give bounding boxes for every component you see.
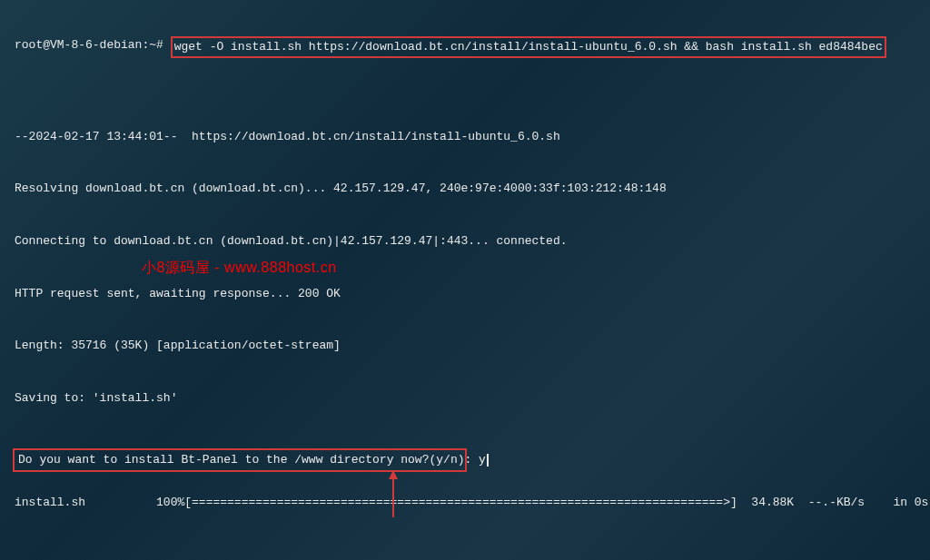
output-line: Length: 35716 (35K) [application/octet-s… bbox=[15, 337, 915, 354]
install-prompt-text: Do you want to install Bt-Panel to the /… bbox=[18, 451, 479, 468]
arrow-head-icon bbox=[389, 470, 398, 479]
terminal-output[interactable]: root@VM-8-6-debian:~# wget -O install.sh… bbox=[0, 2, 930, 560]
output-line: Saving to: 'install.sh' bbox=[15, 389, 915, 407]
shell-prompt: root@VM-8-6-debian:~# bbox=[15, 36, 171, 54]
wget-output: --2024-02-17 13:44:01-- https://download… bbox=[15, 93, 915, 560]
command-line: root@VM-8-6-debian:~# wget -O install.sh… bbox=[15, 36, 915, 57]
progress-stats: 34.88K --.-KB/s in 0s bbox=[737, 494, 929, 511]
watermark-text: 小8源码屋 - www.888host.cn bbox=[142, 257, 337, 279]
progress-line: install.sh 100%[========================… bbox=[15, 494, 915, 511]
output-line: --2024-02-17 13:44:01-- https://download… bbox=[15, 128, 915, 145]
command-text: wget -O install.sh https://download.bt.c… bbox=[174, 40, 883, 54]
output-line: Connecting to download.bt.cn (download.b… bbox=[15, 232, 915, 250]
install-answer[interactable]: y bbox=[479, 451, 486, 468]
cursor-icon bbox=[487, 454, 489, 467]
output-line: Resolving download.bt.cn (download.bt.cn… bbox=[15, 180, 915, 197]
progress-percent: 100% bbox=[156, 494, 184, 511]
output-line: HTTP request sent, awaiting response... … bbox=[15, 285, 915, 302]
command-highlight-box: wget -O install.sh https://download.bt.c… bbox=[171, 36, 886, 57]
progress-filename: install.sh bbox=[15, 494, 156, 511]
install-prompt-box: Do you want to install Bt-Panel to the /… bbox=[13, 448, 467, 472]
progress-bar: [=======================================… bbox=[184, 494, 737, 511]
annotation-arrow bbox=[392, 472, 394, 517]
